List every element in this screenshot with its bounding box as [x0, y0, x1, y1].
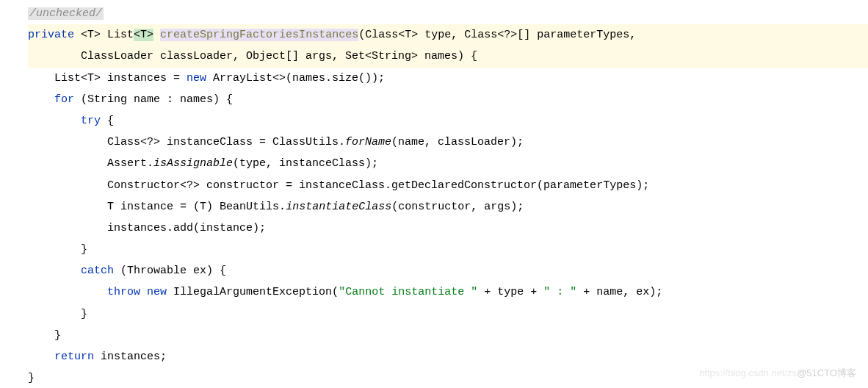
string-literal: " : ": [543, 286, 576, 298]
code-text: [28, 286, 107, 298]
code-text: instance = (: [114, 201, 200, 213]
keyword-try: try: [81, 115, 101, 127]
method-name: createSpringFactoriesInstances: [160, 29, 358, 41]
code-text: [28, 265, 81, 277]
static-method: forName: [345, 136, 391, 148]
code-text: + name, ex);: [576, 286, 662, 298]
code-text: (constructor, args);: [391, 201, 524, 213]
code-text: }: [28, 308, 87, 320]
code-text: ClassLoader classLoader, Object[] args, …: [28, 50, 477, 62]
type-param: T: [405, 29, 411, 41]
code-text: }: [28, 329, 61, 342]
type-param: T: [200, 201, 206, 213]
code-line[interactable]: private <T> List<T> createSpringFactorie…: [28, 24, 868, 46]
code-text: (Class<: [358, 29, 405, 41]
code-text: (name, classLoader);: [391, 136, 524, 148]
code-line[interactable]: Assert.isAssignable(type, instanceClass)…: [28, 153, 868, 174]
type-param: T: [107, 201, 114, 213]
static-method: instantiateClass: [286, 201, 391, 213]
code-text: (Throwable ex) {: [114, 265, 226, 277]
keyword-catch: catch: [81, 265, 114, 277]
code-text: ) BeanUtils.: [206, 201, 286, 213]
code-line[interactable]: try {: [28, 110, 868, 132]
code-text: }: [28, 243, 87, 256]
code-text: List<: [28, 72, 87, 85]
type-param: T: [87, 29, 94, 41]
type-param-highlight: <T>: [134, 29, 153, 41]
code-text: > List: [94, 29, 134, 41]
code-line[interactable]: instances.add(instance);: [28, 218, 868, 239]
code-text: instances.add(instance);: [28, 222, 266, 234]
code-text: [140, 286, 147, 298]
code-text: ArrayList<>(names.size());: [206, 72, 385, 85]
code-text: + type +: [477, 286, 543, 298]
code-line[interactable]: ClassLoader classLoader, Object[] args, …: [28, 46, 868, 67]
code-text: instances;: [94, 351, 167, 363]
code-line[interactable]: }: [28, 303, 868, 325]
watermark-text: @51CTO博客: [797, 367, 856, 378]
code-text: [28, 93, 54, 106]
code-line[interactable]: catch (Throwable ex) {: [28, 260, 868, 281]
static-method: isAssignable: [153, 157, 233, 170]
code-text: Constructor<?> constructor = instanceCla…: [28, 179, 649, 192]
code-line[interactable]: }: [28, 239, 868, 260]
code-text: [153, 29, 160, 41]
code-line[interactable]: T instance = (T) BeanUtils.instantiateCl…: [28, 196, 868, 218]
code-text: [28, 115, 81, 127]
code-text: Class<?> instanceClass = ClassUtils.: [28, 136, 345, 148]
comment: /unchecked/: [28, 7, 104, 20]
string-literal: "Cannot instantiate ": [339, 286, 477, 298]
code-text: <: [74, 29, 87, 41]
code-text: [28, 201, 107, 213]
watermark: https://blog.csdn.net/zs@51CTO博客: [699, 364, 856, 382]
code-line[interactable]: List<T> instances = new ArrayList<>(name…: [28, 68, 868, 89]
code-line[interactable]: throw new IllegalArgumentException("Cann…: [28, 281, 868, 303]
code-text: Assert.: [28, 157, 153, 170]
type-param: T: [87, 72, 94, 85]
keyword-new: new: [147, 286, 167, 298]
keyword-throw: throw: [107, 286, 140, 298]
code-text: IllegalArgumentException(: [167, 286, 339, 298]
keyword-return: return: [54, 351, 94, 363]
code-line[interactable]: /unchecked/: [28, 3, 868, 24]
code-text: > type, Class<?>[] parameterTypes,: [411, 29, 636, 41]
code-text: (type, instanceClass);: [233, 157, 378, 170]
code-line[interactable]: for (String name : names) {: [28, 89, 868, 110]
code-line[interactable]: }: [28, 325, 868, 346]
keyword-new: new: [187, 72, 206, 85]
code-text: [28, 351, 54, 363]
code-editor[interactable]: /unchecked/ private <T> List<T> createSp…: [0, 0, 868, 388]
keyword-private: private: [28, 29, 74, 41]
watermark-url: https://blog.csdn.net/zs: [699, 367, 797, 378]
code-line[interactable]: Constructor<?> constructor = instanceCla…: [28, 175, 868, 196]
code-text: }: [28, 372, 35, 384]
code-line[interactable]: Class<?> instanceClass = ClassUtils.forN…: [28, 132, 868, 153]
keyword-for: for: [54, 93, 74, 106]
code-text: (String name : names) {: [74, 93, 233, 106]
code-text: > instances =: [94, 72, 187, 85]
code-text: {: [101, 115, 114, 127]
